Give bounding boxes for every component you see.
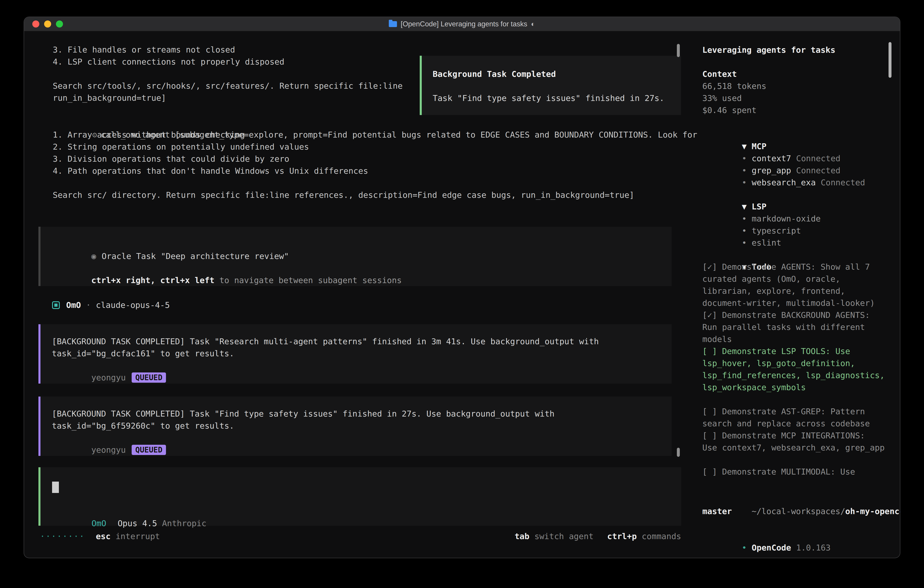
tab-key-hint: tab xyxy=(515,532,529,541)
close-button[interactable] xyxy=(32,20,40,28)
text-cursor xyxy=(52,482,59,493)
prompt-input[interactable]: OmOOpus 4.5Anthropic xyxy=(38,467,681,526)
sidebar: Leveraging agents for tasks Context 66,5… xyxy=(693,31,900,558)
context-used: 33% used xyxy=(702,92,900,104)
workspace-prefix: ~/local-workspaces/ xyxy=(752,507,845,516)
task-author: yeongyu xyxy=(91,445,126,454)
output-line: 4. LSP client connections not properly d… xyxy=(53,56,403,68)
fisheye-icon: ◉ xyxy=(91,251,96,261)
todo-item: [ ] Demonstrate LSP TOOLS: Use lsp_hover… xyxy=(702,345,900,393)
todo-item: [✓] Demonstrate BACKGROUND AGENTS: Run p… xyxy=(702,309,900,345)
notification-body: Task "Find type safety issues" finished … xyxy=(433,92,681,104)
spacer-line xyxy=(52,493,681,505)
terminal-content: 3. File handles or streams not closed 4.… xyxy=(24,31,900,558)
shortcut-description: to navigate between subagent sessions xyxy=(214,276,402,285)
task-message-line: [BACKGROUND TASK COMPLETED] Task "Resear… xyxy=(52,335,672,347)
context-spent: $0.46 spent xyxy=(702,104,900,116)
agent-model: claude-opus-4-5 xyxy=(96,301,170,310)
mcp-status: Connected xyxy=(796,166,840,175)
secondary-scrollbar-thumb[interactable] xyxy=(677,448,680,457)
app-version: 1.0.163 xyxy=(796,543,830,552)
context-header: Context xyxy=(702,68,900,80)
esc-hint-label: interrupt xyxy=(116,532,160,541)
terminal-output: 3. File handles or streams not closed 4.… xyxy=(53,44,403,104)
separator-dot: · xyxy=(86,301,91,310)
input-provider-name: Anthropic xyxy=(162,519,206,528)
lsp-header: LSP xyxy=(752,202,766,211)
spacer-line xyxy=(53,177,697,189)
todo-item: [ ] Demonstrate MCP INTEGRATIONS: Use co… xyxy=(702,429,900,454)
collapse-triangle-icon: ▼ xyxy=(742,142,747,151)
app-name: OpenCode xyxy=(752,543,791,552)
output-line: run_in_background=true] xyxy=(53,92,403,104)
ctrlp-hint-label: commands xyxy=(642,532,681,541)
half-circle-icon: ◐ xyxy=(531,20,535,28)
agent-header: OmO · claude-opus-4-5 xyxy=(52,299,170,311)
window-title-group: [OpenCode] Leveraging agents for tasks ◐ xyxy=(389,20,535,28)
notification-toast: Background Task Completed Task "Find typ… xyxy=(420,56,681,115)
session-title: Leveraging agents for tasks xyxy=(702,44,900,56)
tool-call-block: ⚙call_omo_agent [subagent_type=explore, … xyxy=(53,117,697,201)
background-task-panel: [BACKGROUND TASK COMPLETED] Task "Find t… xyxy=(38,396,672,456)
queued-badge: QUEUED xyxy=(132,445,166,455)
titlebar: [OpenCode] Leveraging agents for tasks ◐ xyxy=(24,17,900,31)
bullet-icon: • xyxy=(742,238,747,248)
window-title: [OpenCode] Leveraging agents for tasks xyxy=(401,20,527,28)
mcp-header: MCP xyxy=(752,142,766,151)
esc-key-hint: esc xyxy=(96,532,111,541)
tool-call-tail: Search src/ directory. Return specific f… xyxy=(53,189,697,201)
sidebar-scrollbar-thumb[interactable] xyxy=(889,42,891,78)
queued-badge: QUEUED xyxy=(132,372,166,383)
todo-item: [ ] Demonstrate AST-GREP: Pattern search… xyxy=(702,405,900,429)
task-message-line: task_id="bg_dcfac161" to get results. xyxy=(52,347,672,360)
output-line xyxy=(53,68,403,80)
oracle-task-title: Oracle Task "Deep architecture review" xyxy=(102,251,289,261)
mcp-status: Connected xyxy=(821,178,865,187)
todo-item: [✓] Demonstrate AGENTS: Show all 7 curat… xyxy=(702,261,900,309)
lsp-server-name: typescript xyxy=(752,226,801,235)
task-author: yeongyu xyxy=(91,373,126,382)
bullet-icon: • xyxy=(742,154,747,163)
agent-name: OmO xyxy=(66,301,81,310)
lsp-server-name: eslint xyxy=(752,238,781,248)
bullet-icon: • xyxy=(742,166,747,175)
task-message-line: task_id="bg_6f59260c" to get results. xyxy=(52,420,672,432)
mcp-server-name: grep_app xyxy=(752,166,791,175)
progress-dots: ········ xyxy=(40,532,85,541)
output-line: 3. File handles or streams not closed xyxy=(53,44,403,56)
background-task-panel: [BACKGROUND TASK COMPLETED] Task "Resear… xyxy=(38,324,672,383)
model-line: OmOOpus 4.5Anthropic xyxy=(52,505,681,517)
zoom-button[interactable] xyxy=(56,20,63,28)
status-right-group: tab switch agent ctrl+p commands xyxy=(515,532,681,541)
mcp-server-name: websearch_exa xyxy=(752,178,816,187)
input-line[interactable] xyxy=(52,482,681,493)
tool-call-item: 2. String operations on potentially unde… xyxy=(53,141,697,153)
status-bar: ········ esc interrupt tab switch agent … xyxy=(40,530,681,542)
bullet-icon: • xyxy=(742,543,747,552)
mcp-status: Connected xyxy=(796,154,840,163)
folder-icon xyxy=(389,21,397,27)
bullet-icon: • xyxy=(742,214,747,223)
notification-title: Background Task Completed xyxy=(433,68,681,80)
tab-hint-label: switch agent xyxy=(534,532,593,541)
mcp-server-name: context7 xyxy=(752,154,791,163)
shortcut-keys: ctrl+x right, ctrl+x left xyxy=(91,276,214,285)
tool-call-item: 4. Path operations that don't handle Win… xyxy=(53,165,697,177)
workspace-repo: oh-my-opencode: xyxy=(845,507,900,516)
workspace-path: ~/local-workspaces/oh-my-opencode: maste… xyxy=(702,493,900,517)
collapse-triangle-icon: ▼ xyxy=(742,202,747,211)
main-scrollbar-thumb[interactable] xyxy=(677,44,680,57)
tool-call-item: 3. Division operations that could divide… xyxy=(53,153,697,165)
spacer-line xyxy=(433,80,681,92)
output-line: Search src/tools/, src/hooks/, src/featu… xyxy=(53,80,403,92)
ctrlp-key-hint: ctrl+p xyxy=(607,532,637,541)
lsp-server-name: markdown-oxide xyxy=(752,214,820,223)
agent-square-icon xyxy=(52,301,60,309)
bullet-icon: • xyxy=(742,178,747,187)
task-message-line: [BACKGROUND TASK COMPLETED] Task "Find t… xyxy=(52,408,672,420)
input-model-name: Opus 4.5 xyxy=(117,519,157,528)
minimize-button[interactable] xyxy=(44,20,51,28)
input-agent-name: OmO xyxy=(91,519,106,528)
context-tokens: 66,518 tokens xyxy=(702,80,900,92)
todo-item: [ ] Demonstrate MULTIMODAL: Use xyxy=(702,466,900,478)
